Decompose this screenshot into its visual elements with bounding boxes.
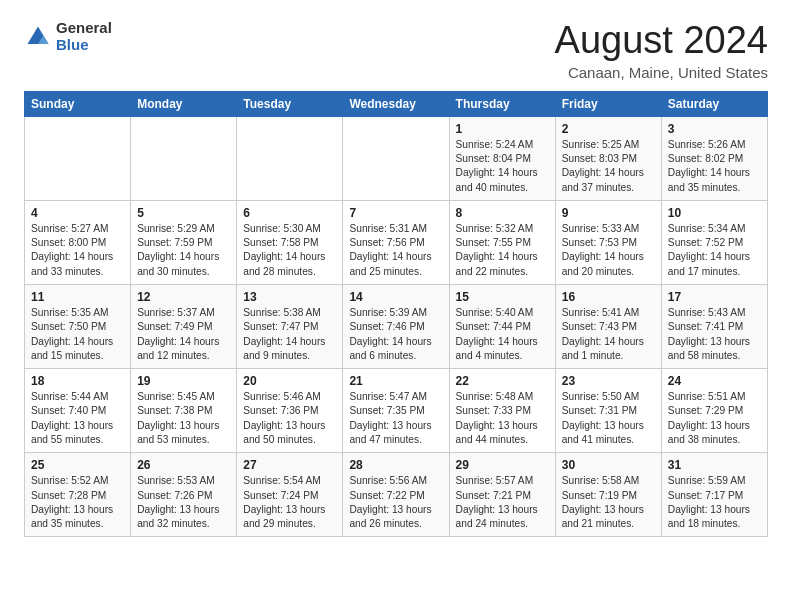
calendar-cell [343,116,449,200]
header-cell-thursday: Thursday [449,91,555,116]
day-number: 29 [456,458,549,472]
day-info: Sunrise: 5:32 AM Sunset: 7:55 PM Dayligh… [456,222,549,279]
calendar-row-3: 11Sunrise: 5:35 AM Sunset: 7:50 PM Dayli… [25,285,768,369]
calendar-cell [25,116,131,200]
day-info: Sunrise: 5:58 AM Sunset: 7:19 PM Dayligh… [562,474,655,531]
calendar-cell: 15Sunrise: 5:40 AM Sunset: 7:44 PM Dayli… [449,285,555,369]
day-info: Sunrise: 5:44 AM Sunset: 7:40 PM Dayligh… [31,390,124,447]
day-info: Sunrise: 5:54 AM Sunset: 7:24 PM Dayligh… [243,474,336,531]
header: General Blue August 2024 Canaan, Maine, … [24,20,768,81]
calendar-cell: 28Sunrise: 5:56 AM Sunset: 7:22 PM Dayli… [343,453,449,537]
calendar-cell [237,116,343,200]
day-number: 14 [349,290,442,304]
day-info: Sunrise: 5:40 AM Sunset: 7:44 PM Dayligh… [456,306,549,363]
day-info: Sunrise: 5:43 AM Sunset: 7:41 PM Dayligh… [668,306,761,363]
day-number: 9 [562,206,655,220]
day-number: 11 [31,290,124,304]
day-number: 12 [137,290,230,304]
calendar-table: SundayMondayTuesdayWednesdayThursdayFrid… [24,91,768,538]
calendar-row-4: 18Sunrise: 5:44 AM Sunset: 7:40 PM Dayli… [25,369,768,453]
calendar-cell: 27Sunrise: 5:54 AM Sunset: 7:24 PM Dayli… [237,453,343,537]
calendar-cell: 2Sunrise: 5:25 AM Sunset: 8:03 PM Daylig… [555,116,661,200]
day-number: 23 [562,374,655,388]
calendar-title: August 2024 [555,20,768,62]
day-info: Sunrise: 5:46 AM Sunset: 7:36 PM Dayligh… [243,390,336,447]
calendar-cell: 6Sunrise: 5:30 AM Sunset: 7:58 PM Daylig… [237,200,343,284]
day-info: Sunrise: 5:29 AM Sunset: 7:59 PM Dayligh… [137,222,230,279]
day-number: 21 [349,374,442,388]
day-info: Sunrise: 5:41 AM Sunset: 7:43 PM Dayligh… [562,306,655,363]
calendar-cell: 4Sunrise: 5:27 AM Sunset: 8:00 PM Daylig… [25,200,131,284]
day-number: 17 [668,290,761,304]
calendar-cell: 12Sunrise: 5:37 AM Sunset: 7:49 PM Dayli… [131,285,237,369]
day-number: 8 [456,206,549,220]
day-number: 28 [349,458,442,472]
day-info: Sunrise: 5:37 AM Sunset: 7:49 PM Dayligh… [137,306,230,363]
day-info: Sunrise: 5:56 AM Sunset: 7:22 PM Dayligh… [349,474,442,531]
calendar-cell: 17Sunrise: 5:43 AM Sunset: 7:41 PM Dayli… [661,285,767,369]
day-info: Sunrise: 5:51 AM Sunset: 7:29 PM Dayligh… [668,390,761,447]
day-info: Sunrise: 5:34 AM Sunset: 7:52 PM Dayligh… [668,222,761,279]
day-number: 16 [562,290,655,304]
day-info: Sunrise: 5:33 AM Sunset: 7:53 PM Dayligh… [562,222,655,279]
day-info: Sunrise: 5:38 AM Sunset: 7:47 PM Dayligh… [243,306,336,363]
day-info: Sunrise: 5:30 AM Sunset: 7:58 PM Dayligh… [243,222,336,279]
title-block: August 2024 Canaan, Maine, United States [555,20,768,81]
logo-text: General Blue [56,20,112,53]
calendar-cell: 18Sunrise: 5:44 AM Sunset: 7:40 PM Dayli… [25,369,131,453]
header-cell-wednesday: Wednesday [343,91,449,116]
calendar-cell: 26Sunrise: 5:53 AM Sunset: 7:26 PM Dayli… [131,453,237,537]
calendar-row-1: 1Sunrise: 5:24 AM Sunset: 8:04 PM Daylig… [25,116,768,200]
calendar-cell: 31Sunrise: 5:59 AM Sunset: 7:17 PM Dayli… [661,453,767,537]
calendar-cell: 25Sunrise: 5:52 AM Sunset: 7:28 PM Dayli… [25,453,131,537]
calendar-row-5: 25Sunrise: 5:52 AM Sunset: 7:28 PM Dayli… [25,453,768,537]
day-number: 30 [562,458,655,472]
logo-general-text: General [56,20,112,37]
day-number: 31 [668,458,761,472]
day-info: Sunrise: 5:53 AM Sunset: 7:26 PM Dayligh… [137,474,230,531]
day-info: Sunrise: 5:48 AM Sunset: 7:33 PM Dayligh… [456,390,549,447]
calendar-header: SundayMondayTuesdayWednesdayThursdayFrid… [25,91,768,116]
calendar-cell: 24Sunrise: 5:51 AM Sunset: 7:29 PM Dayli… [661,369,767,453]
calendar-cell: 13Sunrise: 5:38 AM Sunset: 7:47 PM Dayli… [237,285,343,369]
day-info: Sunrise: 5:45 AM Sunset: 7:38 PM Dayligh… [137,390,230,447]
day-number: 7 [349,206,442,220]
calendar-row-2: 4Sunrise: 5:27 AM Sunset: 8:00 PM Daylig… [25,200,768,284]
calendar-cell: 20Sunrise: 5:46 AM Sunset: 7:36 PM Dayli… [237,369,343,453]
day-number: 19 [137,374,230,388]
calendar-cell: 22Sunrise: 5:48 AM Sunset: 7:33 PM Dayli… [449,369,555,453]
calendar-cell: 5Sunrise: 5:29 AM Sunset: 7:59 PM Daylig… [131,200,237,284]
header-cell-saturday: Saturday [661,91,767,116]
calendar-cell: 9Sunrise: 5:33 AM Sunset: 7:53 PM Daylig… [555,200,661,284]
day-info: Sunrise: 5:47 AM Sunset: 7:35 PM Dayligh… [349,390,442,447]
calendar-subtitle: Canaan, Maine, United States [555,64,768,81]
day-info: Sunrise: 5:31 AM Sunset: 7:56 PM Dayligh… [349,222,442,279]
header-row: SundayMondayTuesdayWednesdayThursdayFrid… [25,91,768,116]
day-number: 3 [668,122,761,136]
calendar-cell: 7Sunrise: 5:31 AM Sunset: 7:56 PM Daylig… [343,200,449,284]
calendar-cell: 29Sunrise: 5:57 AM Sunset: 7:21 PM Dayli… [449,453,555,537]
day-info: Sunrise: 5:27 AM Sunset: 8:00 PM Dayligh… [31,222,124,279]
day-info: Sunrise: 5:24 AM Sunset: 8:04 PM Dayligh… [456,138,549,195]
day-info: Sunrise: 5:39 AM Sunset: 7:46 PM Dayligh… [349,306,442,363]
day-number: 1 [456,122,549,136]
day-number: 6 [243,206,336,220]
day-number: 26 [137,458,230,472]
calendar-body: 1Sunrise: 5:24 AM Sunset: 8:04 PM Daylig… [25,116,768,537]
header-cell-tuesday: Tuesday [237,91,343,116]
day-info: Sunrise: 5:26 AM Sunset: 8:02 PM Dayligh… [668,138,761,195]
day-info: Sunrise: 5:35 AM Sunset: 7:50 PM Dayligh… [31,306,124,363]
calendar-cell: 11Sunrise: 5:35 AM Sunset: 7:50 PM Dayli… [25,285,131,369]
day-number: 27 [243,458,336,472]
calendar-cell: 30Sunrise: 5:58 AM Sunset: 7:19 PM Dayli… [555,453,661,537]
day-info: Sunrise: 5:57 AM Sunset: 7:21 PM Dayligh… [456,474,549,531]
calendar-cell: 23Sunrise: 5:50 AM Sunset: 7:31 PM Dayli… [555,369,661,453]
day-number: 2 [562,122,655,136]
calendar-cell: 19Sunrise: 5:45 AM Sunset: 7:38 PM Dayli… [131,369,237,453]
day-number: 20 [243,374,336,388]
day-info: Sunrise: 5:50 AM Sunset: 7:31 PM Dayligh… [562,390,655,447]
logo: General Blue [24,20,112,53]
day-number: 18 [31,374,124,388]
day-number: 5 [137,206,230,220]
day-number: 15 [456,290,549,304]
